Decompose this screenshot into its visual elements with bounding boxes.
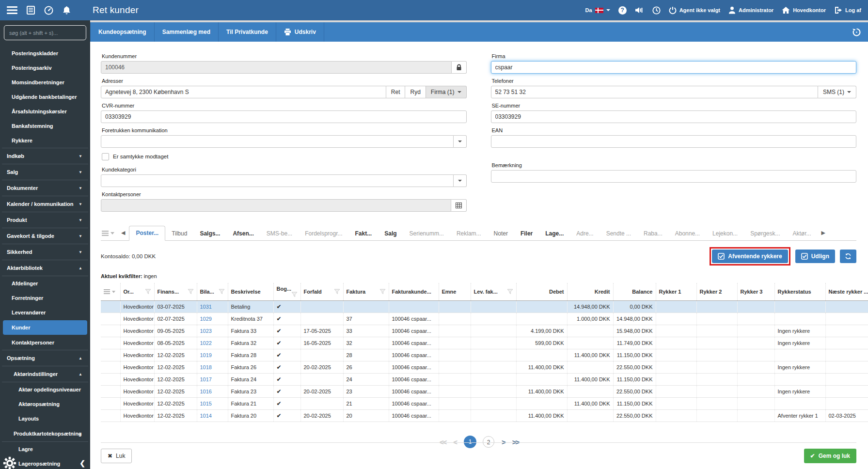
sidebar-item-afdelinger[interactable]: Afdelinger (0, 276, 90, 291)
kundeopsaetning-button[interactable]: Kundeopsætning (90, 22, 155, 42)
column-header-levfak[interactable]: Lev. fak... (471, 283, 516, 301)
adresse-type-dropdown[interactable]: Firma (1) (426, 86, 467, 98)
sidebar-section-sikkerhed[interactable]: Sikkerhed▼ (2, 244, 88, 260)
bilag-link[interactable]: 1023 (197, 325, 228, 337)
column-header-naeste[interactable]: Næste rykker ... (825, 283, 868, 301)
history-button[interactable] (845, 22, 868, 42)
filter-icon[interactable] (379, 289, 386, 295)
table-row[interactable]: Hovedkontor12-02-20251019Faktura 28✔2810… (101, 349, 868, 361)
bilag-link[interactable]: 1018 (197, 361, 228, 374)
bilag-link[interactable]: 1031 (197, 301, 228, 313)
notifications-bell-icon[interactable] (63, 6, 71, 15)
table-row[interactable]: Hovedkontor02-07-20251029Kreditnota 37✔3… (101, 313, 868, 325)
tab-aktør[interactable]: Aktør... (787, 227, 818, 241)
telefoner-field[interactable] (491, 86, 818, 98)
tab-spørgesk[interactable]: Spørgesk... (744, 227, 786, 241)
tab-fakt[interactable]: Fakt... (349, 227, 379, 241)
table-row[interactable]: Hovedkontor08-05-20251022Faktura 32✔16-0… (101, 337, 868, 349)
language-selector[interactable]: Da (585, 7, 610, 13)
column-header-rykker2[interactable]: Rykker 2 (696, 283, 737, 301)
bilag-link[interactable]: 1017 (197, 374, 228, 386)
firma-field[interactable] (491, 61, 857, 74)
sidebar-section-produktkartotekopsætning[interactable]: Produktkartotekopsætning▲ (2, 426, 88, 442)
sidebar-item-posteringsarkiv[interactable]: Posteringsarkiv (0, 61, 90, 75)
table-header-controls[interactable] (101, 283, 120, 301)
sidebar-section-produkt[interactable]: Produkt▼ (2, 212, 88, 228)
tab-fordelsprogr[interactable]: Fordelsprogr... (299, 227, 348, 241)
tab-abonne[interactable]: Abonne... (669, 227, 706, 241)
tab-salgs[interactable]: Salgs... (193, 227, 226, 241)
column-header-emne[interactable]: Emne (439, 283, 471, 301)
sidebar-section-salg[interactable]: Salg▼ (2, 164, 88, 180)
lock-button[interactable] (452, 61, 467, 74)
filter-icon[interactable] (145, 289, 151, 295)
column-header-faktura[interactable]: Faktura (343, 283, 389, 301)
column-header-rykker3[interactable]: Rykker 3 (737, 283, 774, 301)
sidebar-item-forretninger[interactable]: Forretninger (0, 291, 90, 305)
tab-sms-be[interactable]: SMS-be... (260, 227, 299, 241)
column-header-fakturakunde[interactable]: Fakturakunde... (389, 283, 439, 301)
logout-button[interactable]: Log af (834, 6, 861, 14)
tab-tilbud[interactable]: Tilbud (165, 227, 193, 241)
tab-scroll-right-icon[interactable]: ▶ (818, 230, 829, 240)
bilag-link[interactable]: 1022 (197, 337, 228, 349)
sidebar-item-momsindberetninger[interactable]: Momsindberetninger (0, 75, 90, 90)
table-row[interactable]: Hovedkontor12-02-20251015Faktura 21✔2110… (101, 398, 868, 410)
kundekategori-dropdown-button[interactable] (454, 174, 467, 187)
tab-raba[interactable]: Raba... (637, 227, 669, 241)
office-menu[interactable]: Hovedkontor (782, 6, 826, 14)
sidebar-section-gavekort-tilgode[interactable]: Gavekort & tilgode▼ (2, 228, 88, 244)
table-row[interactable]: Hovedkontor12-02-20251017Faktura 24✔2410… (101, 374, 868, 386)
sidebar-collapse-icon[interactable]: ❮ (79, 459, 85, 467)
table-row[interactable]: Hovedkontor09-05-20251023Faktura 33✔17-0… (101, 325, 868, 337)
sidebar-item-leverandører[interactable]: Leverandører (0, 305, 90, 320)
kontaktpersoner-grid-button[interactable] (451, 199, 467, 212)
kundekategori-select[interactable] (101, 174, 454, 187)
filter-icon[interactable] (334, 289, 340, 295)
sidebar-section-dokumenter[interactable]: Dokumenter▼ (2, 180, 88, 196)
tab-salg[interactable]: Salg (378, 227, 403, 241)
column-header-forfald[interactable]: Forfald (300, 283, 343, 301)
adresse-ryd-button[interactable]: Ryd (405, 86, 426, 98)
column-header-bilag[interactable]: Bila... (197, 283, 228, 301)
column-header-rykkerstatus[interactable]: Rykkerstatus (774, 283, 825, 301)
tab-scroll-left-icon[interactable]: ◀ (117, 230, 129, 240)
close-button[interactable]: ✖ Luk (101, 449, 132, 463)
column-header-debet[interactable]: Debet (516, 283, 567, 301)
help-button[interactable]: ? (618, 6, 627, 15)
adresse-ret-button[interactable]: Ret (386, 86, 406, 98)
afventende-rykkere-button[interactable]: Afventende rykkere (712, 250, 788, 263)
sidebar-item-layouts[interactable]: Layouts (0, 411, 90, 426)
time-button[interactable] (652, 6, 661, 15)
sound-button[interactable] (635, 6, 644, 14)
search-input[interactable] (4, 25, 86, 40)
sidebar-section-kalender-kommunikation[interactable]: Kalender / kommunikation▼ (2, 196, 88, 212)
bilag-link[interactable]: 1029 (197, 313, 228, 325)
tab-serienumm[interactable]: Serienumm... (403, 227, 450, 241)
sidebar-item-bankafstemning[interactable]: Bankafstemning (0, 119, 90, 133)
dashboard-icon[interactable] (44, 6, 53, 15)
sms-dropdown-button[interactable]: SMS (1) (818, 86, 856, 98)
udskriv-button[interactable]: Udskriv (276, 22, 324, 42)
save-and-close-button[interactable]: ✔ Gem og luk (804, 449, 856, 463)
tab-filer[interactable]: Filer (514, 227, 539, 241)
filter-icon[interactable] (219, 289, 225, 295)
table-row[interactable]: Hovedkontor03-07-20251031Betaling✔14.948… (101, 301, 868, 313)
column-header-bogfort[interactable]: Bog... (273, 283, 300, 301)
udlign-button[interactable]: Udlign (795, 250, 835, 263)
filter-icon[interactable] (507, 289, 513, 295)
bilag-link[interactable]: 1016 (197, 386, 228, 398)
sidebar-item-kontaktpersoner[interactable]: Kontaktpersoner (0, 335, 90, 350)
journal-icon[interactable] (27, 6, 35, 15)
ean-field[interactable] (491, 135, 857, 148)
sidebar-item-rykkere[interactable]: Rykkere (0, 133, 90, 148)
column-header-finans[interactable]: Finans... (154, 283, 197, 301)
sidebar-section-aktørindstillinger[interactable]: Aktørindstillinger▲ (2, 366, 88, 382)
tab-list-menu[interactable] (101, 231, 117, 240)
column-header-org[interactable]: Or... (120, 283, 154, 301)
sidebar-item-udgående-bankbetalinger[interactable]: Udgående bankbetalinger (0, 90, 90, 104)
settings-gear-icon[interactable] (3, 456, 16, 469)
kontaktpersoner-field[interactable] (101, 199, 451, 212)
kundenummer-field[interactable] (101, 61, 452, 74)
column-header-rykker1[interactable]: Rykker 1 (656, 283, 696, 301)
